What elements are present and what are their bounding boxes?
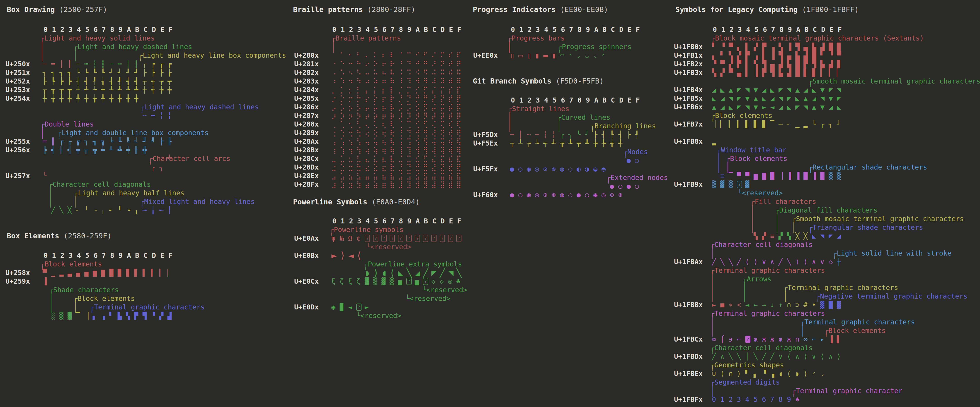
glyph-cell: ▛ xyxy=(803,60,808,68)
hex-header-digit: 4 xyxy=(77,251,81,260)
glyph-cell: ▚ xyxy=(754,60,758,68)
glyph-cell: ┃ xyxy=(68,60,72,68)
reserved-glyph-box: ? xyxy=(382,235,387,242)
reserved-glyph-box: ? xyxy=(423,278,428,285)
glyph-cell: ⊙ xyxy=(610,191,614,199)
glyph-cell: ▜ xyxy=(143,312,146,320)
glyph-cell: ║ xyxy=(51,137,55,146)
glyph-cell: ▟ xyxy=(803,51,808,60)
glyph-cell: ╲ xyxy=(787,258,791,266)
glyph-cell: ⊙ xyxy=(543,165,547,173)
glyph-cell: ⠈ xyxy=(398,51,403,60)
glyph-cell: ○ xyxy=(518,191,522,199)
glyph-cell: ⢨ xyxy=(398,137,403,146)
glyph-cell: ⣵ xyxy=(373,180,378,189)
glyph-cell: ▘ xyxy=(109,312,113,320)
annotation-label: ┌Progress spinners xyxy=(558,43,632,51)
hex-header-digit: 6 xyxy=(763,25,767,34)
glyph-cell: ⡝ xyxy=(440,94,445,103)
hex-header-digit: D xyxy=(441,217,445,225)
glyph-cell: ▖ xyxy=(712,51,716,60)
glyph-cell: ж xyxy=(754,335,758,344)
glyph-cell: ◎ xyxy=(448,277,452,286)
annotation-label: ┌Light and heavy line box components xyxy=(139,51,286,60)
glyph-cell: ▂ xyxy=(803,120,808,128)
glyph-cell: ⠽ xyxy=(440,77,445,86)
glyph-cell: ⢶ xyxy=(382,146,387,154)
glyph-cell: ⡪ xyxy=(415,103,420,111)
annotation-connector xyxy=(794,222,794,233)
hex-header-digit: 7 xyxy=(390,217,395,225)
row-label: U+285x xyxy=(294,94,319,103)
glyph-cell: ╃ xyxy=(68,94,72,103)
glyph-cell: ⡗ xyxy=(390,94,395,103)
glyph-cell: ⣔ xyxy=(365,163,370,172)
glyph-cell: ▸ xyxy=(820,335,824,344)
glyph-cell: ┞ xyxy=(159,68,164,77)
glyph-cell: │ xyxy=(59,60,64,68)
glyph-cell: ⢂ xyxy=(348,120,353,128)
glyph-cell: ╟ xyxy=(167,137,172,146)
row-label: U+E0Dx xyxy=(294,303,319,312)
glyph-cell: ├ xyxy=(143,68,146,77)
glyph-cell: ▒ xyxy=(837,172,841,180)
reserved-glyph-box: ? xyxy=(440,235,445,242)
section-title-box-drawing: Box Drawing (2500-257F) xyxy=(7,5,107,14)
glyph-cell: ◣ xyxy=(812,232,816,241)
glyph-cell: ⠔ xyxy=(365,60,370,68)
glyph-cell: ▕ xyxy=(778,172,783,180)
glyph-cell: ◤ xyxy=(737,103,741,111)
glyph-cell: 4 xyxy=(745,395,749,404)
glyph-cell: ⠢ xyxy=(348,68,353,77)
glyph-cell: ▊ xyxy=(126,268,130,277)
glyph-cell: ▒ xyxy=(373,277,377,286)
reserved-glyph-box: ? xyxy=(423,235,428,242)
glyph-cell: ◑ xyxy=(585,165,589,173)
glyph-cell: ⡃ xyxy=(356,86,361,94)
glyph-cell: ○ xyxy=(635,156,639,165)
glyph-cell: ⢔ xyxy=(365,128,370,137)
glyph-cell: ▲ xyxy=(754,94,758,103)
glyph-cell: ▛ xyxy=(745,51,749,60)
annotation-connector xyxy=(559,120,559,132)
glyph-cell: ⡁ xyxy=(340,86,345,94)
glyph-cell: ● xyxy=(627,156,631,165)
hex-header-digit: E xyxy=(628,25,632,34)
glyph-cell: ∧ xyxy=(770,258,774,266)
glyph-cell: ▐ xyxy=(787,43,791,51)
annotation-connector xyxy=(608,181,609,184)
glyph-cell: ▞ xyxy=(762,232,766,241)
glyph-cell: ▚ xyxy=(729,51,733,60)
glyph-cell: ⣍ xyxy=(440,154,445,163)
glyph-cell: ⡯ xyxy=(456,103,461,111)
glyph-cell: ⡠ xyxy=(331,103,336,111)
glyph-cell: ⢠ xyxy=(331,137,336,146)
glyph-cell: ▐ xyxy=(812,172,816,180)
glyph-cell: ╸ xyxy=(109,206,113,215)
hex-header-digit: D xyxy=(619,25,623,34)
row-label: U+281x xyxy=(294,60,319,68)
glyph-cell: ) xyxy=(737,369,741,378)
glyph-cell: ╊ xyxy=(126,94,130,103)
hex-header-digit: C xyxy=(143,25,148,34)
glyph-cell: ▚ xyxy=(126,312,130,320)
annotation-label: ┌Powerline symbols xyxy=(330,225,403,234)
glyph-cell: ⡱ xyxy=(340,111,345,120)
hex-header-digit: 8 xyxy=(399,25,403,34)
annotation-label: ┌Light and heavy solid lines xyxy=(40,34,155,43)
glyph-cell: ┢ xyxy=(59,77,64,86)
glyph-cell: ◟ xyxy=(593,51,597,60)
glyph-cell: • xyxy=(812,301,816,309)
hex-header-digit: 4 xyxy=(366,25,370,34)
glyph-cell: ◍ xyxy=(560,165,564,173)
glyph-cell: ▐ xyxy=(829,335,833,344)
glyph-cell: ⣺ xyxy=(415,180,420,189)
glyph-cell: ⢌ xyxy=(431,120,436,128)
glyph-cell: ⠷ xyxy=(390,77,395,86)
glyph-cell: ⠹ xyxy=(406,77,411,86)
glyph-cell: ▒ xyxy=(729,180,733,189)
row-label: U+1FB2x xyxy=(674,60,703,68)
glyph-cell: ⡅ xyxy=(373,86,378,94)
glyph-cell: ⢪ xyxy=(415,137,420,146)
annotation-connector xyxy=(75,50,76,61)
